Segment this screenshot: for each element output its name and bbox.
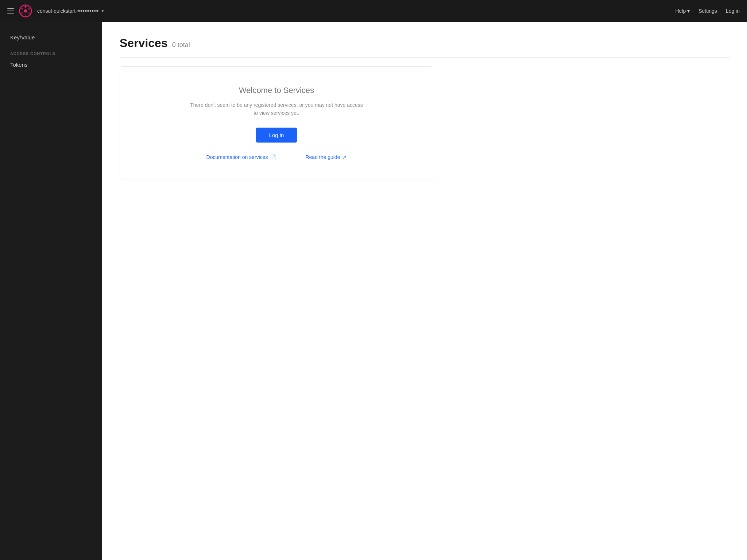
- svg-point-5: [25, 14, 27, 16]
- cluster-name-text: consul-quickstart-••••••••••••: [37, 8, 99, 14]
- sidebar-item-key-value[interactable]: Key/Value: [0, 31, 102, 44]
- help-chevron-icon: ▾: [687, 8, 690, 14]
- settings-label: Settings: [698, 8, 717, 14]
- consul-logo: [19, 4, 32, 18]
- svg-point-1: [24, 9, 27, 13]
- sidebar-section-access-controls: Access Controls: [0, 44, 102, 58]
- document-icon: 📄: [270, 154, 276, 160]
- welcome-links: Documentation on services 📄 Read the gui…: [206, 154, 347, 160]
- settings-link[interactable]: Settings: [698, 8, 717, 14]
- page-title: Services: [120, 36, 168, 50]
- sidebar: Key/Value Access Controls Tokens: [0, 22, 102, 560]
- content-area: Services 0 total Welcome to Services The…: [102, 22, 747, 560]
- chevron-down-icon: ▼: [101, 9, 105, 13]
- navbar: consul-quickstart-•••••••••••• ▼ Help ▾ …: [0, 0, 747, 22]
- external-link-icon: ↗: [342, 154, 347, 160]
- welcome-description: There don't seem to be any registered se…: [189, 101, 364, 117]
- welcome-card: Welcome to Services There don't seem to …: [120, 66, 433, 179]
- login-link[interactable]: Log in: [726, 8, 740, 14]
- svg-point-6: [21, 12, 23, 14]
- svg-point-7: [21, 8, 23, 10]
- svg-point-4: [28, 12, 30, 14]
- sidebar-item-tokens[interactable]: Tokens: [0, 58, 102, 71]
- help-menu[interactable]: Help ▾: [675, 8, 690, 14]
- svg-point-3: [28, 8, 30, 10]
- page-header: Services 0 total: [120, 36, 729, 58]
- navbar-left: consul-quickstart-•••••••••••• ▼: [7, 4, 675, 18]
- hamburger-icon[interactable]: [7, 8, 14, 13]
- page-count: 0 total: [172, 41, 190, 49]
- welcome-title: Welcome to Services: [239, 86, 314, 95]
- login-label: Log in: [726, 8, 740, 14]
- access-controls-label: Access Controls: [10, 51, 55, 56]
- navbar-right: Help ▾ Settings Log in: [675, 8, 740, 14]
- main-layout: Key/Value Access Controls Tokens Service…: [0, 22, 747, 560]
- sidebar-tokens-label: Tokens: [10, 62, 28, 68]
- documentation-link[interactable]: Documentation on services 📄: [206, 154, 276, 160]
- login-button[interactable]: Log in: [256, 128, 297, 143]
- doc-link-text: Documentation on services: [206, 154, 268, 160]
- guide-link[interactable]: Read the guide ↗: [305, 154, 347, 160]
- help-label: Help: [675, 8, 686, 14]
- cluster-selector[interactable]: consul-quickstart-•••••••••••• ▼: [37, 8, 104, 14]
- sidebar-key-value-label: Key/Value: [10, 34, 35, 40]
- guide-link-text: Read the guide: [305, 154, 340, 160]
- svg-point-2: [24, 6, 26, 8]
